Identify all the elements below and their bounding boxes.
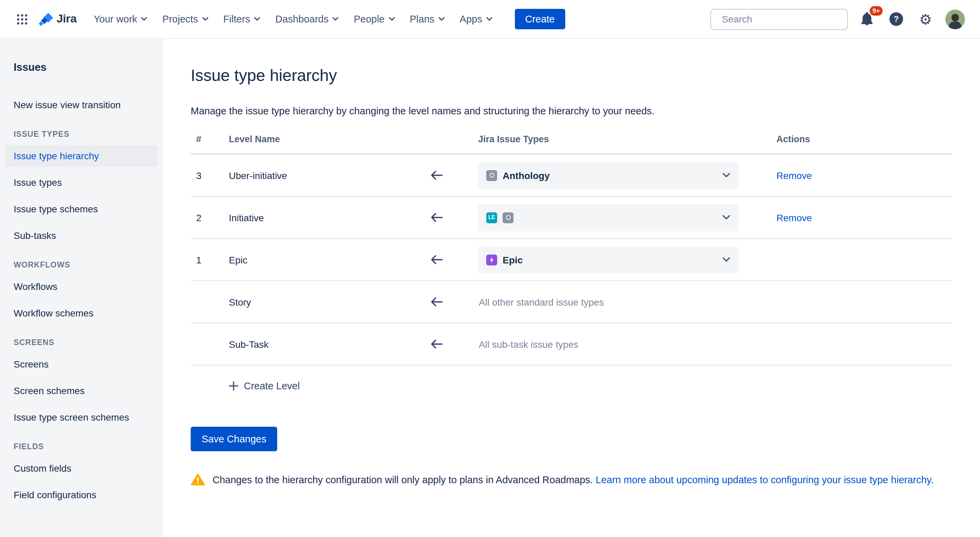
sidebar-item-issue-type-screen-schemes[interactable]: Issue type screen schemes <box>5 406 158 428</box>
level-number: 1 <box>191 254 229 265</box>
nav-your-work[interactable]: Your work <box>86 8 155 30</box>
table-header-row: # Level Name Jira Issue Types Actions <box>191 134 952 154</box>
column-header-level-name: Level Name <box>229 134 422 144</box>
nav-dashboards-label: Dashboards <box>275 14 329 24</box>
settings-button[interactable]: ⚙ <box>915 9 936 29</box>
chevron-down-icon <box>255 17 261 21</box>
sidebar-title: Issues <box>5 61 158 73</box>
chevron-down-icon <box>332 17 339 21</box>
issue-types-placeholder: All other standard issue types <box>478 296 604 307</box>
level-number: 2 <box>191 212 229 223</box>
level-name: Epic <box>229 254 422 265</box>
issue-types-cell: Anthology <box>478 162 768 189</box>
jira-settings-page: Jira Your work Projects Filters Dashboar… <box>0 0 980 537</box>
chevron-down-icon <box>439 17 445 21</box>
chevron-down-icon <box>722 215 730 220</box>
remove-button[interactable]: Remove <box>776 212 812 223</box>
avatar-image <box>945 9 965 29</box>
arrow-left-icon <box>430 254 443 265</box>
sidebar-item-screen-schemes[interactable]: Screen schemes <box>5 380 158 402</box>
sidebar-item-issue-type-hierarchy[interactable]: Issue type hierarchy <box>5 145 158 167</box>
issue-types-select[interactable]: Anthology <box>478 162 738 189</box>
app-grid-icon <box>16 13 28 25</box>
jira-logo-text: Jira <box>57 12 76 26</box>
nav-people-label: People <box>354 14 385 24</box>
hierarchy-table: # Level Name Jira Issue Types Actions 3 … <box>191 134 952 365</box>
create-button[interactable]: Create <box>515 9 565 29</box>
level-name: Uber-initiative <box>229 170 422 181</box>
column-header-actions: Actions <box>768 134 952 144</box>
table-row: Story All other standard issue types <box>191 281 952 323</box>
nav-plans[interactable]: Plans <box>402 8 452 30</box>
nav-your-work-label: Your work <box>94 14 137 24</box>
level-name: Story <box>229 296 422 307</box>
app-switcher-button[interactable] <box>12 9 32 29</box>
arrow-cell <box>422 170 478 180</box>
sidebar-item-issue-type-schemes[interactable]: Issue type schemes <box>5 198 158 220</box>
gear-icon: ⚙ <box>919 12 932 26</box>
le-issue-type-badge: LE <box>486 212 497 223</box>
nav-apps[interactable]: Apps <box>452 8 500 30</box>
nav-people[interactable]: People <box>346 8 402 30</box>
arrow-cell <box>422 212 478 222</box>
learn-more-link[interactable]: Learn more about upcoming updates to con… <box>595 474 931 485</box>
issue-types-cell: LE <box>478 204 768 231</box>
sidebar-item-sub-tasks[interactable]: Sub-tasks <box>5 225 158 246</box>
profile-button[interactable] <box>945 9 965 29</box>
plus-icon <box>229 381 239 391</box>
sidebar-item-new-issue-view-transition[interactable]: New issue view transition <box>5 94 158 116</box>
help-icon: ? <box>889 12 903 26</box>
save-changes-button[interactable]: Save Changes <box>191 427 277 451</box>
nav-projects-label: Projects <box>162 14 198 24</box>
remove-button[interactable]: Remove <box>776 170 812 181</box>
warning-icon <box>191 473 205 486</box>
sidebar-section-fields: FIELDS <box>5 442 158 451</box>
sidebar-section-screens: SCREENS <box>5 338 158 346</box>
epic-issue-type-icon <box>486 254 497 265</box>
nav-apps-label: Apps <box>460 14 482 24</box>
table-row: Sub-Task All sub-task issue types <box>191 323 952 365</box>
nav-filters[interactable]: Filters <box>216 8 268 30</box>
search-input[interactable] <box>721 13 846 25</box>
arrow-cell <box>422 254 478 265</box>
actions-cell: Remove <box>768 169 952 181</box>
warning-prefix: Changes to the hierarchy configuration w… <box>213 474 593 485</box>
sidebar-item-field-configurations[interactable]: Field configurations <box>5 484 158 506</box>
settings-sidebar: Issues New issue view transition ISSUE T… <box>0 38 164 537</box>
sidebar-item-custom-fields[interactable]: Custom fields <box>5 458 158 479</box>
sidebar-item-issue-types[interactable]: Issue types <box>5 172 158 193</box>
notifications-button[interactable]: 9+ <box>857 9 877 29</box>
chevron-down-icon <box>486 17 492 21</box>
nav-projects[interactable]: Projects <box>155 8 216 30</box>
main-menu: Your work Projects Filters Dashboards Pe… <box>86 8 500 30</box>
issue-types-select[interactable]: LE <box>478 204 738 231</box>
help-button[interactable]: ? <box>886 9 907 29</box>
create-level-button[interactable]: Create Level <box>229 378 300 394</box>
search-box <box>710 8 848 30</box>
nav-dashboards[interactable]: Dashboards <box>268 8 346 30</box>
sidebar-item-workflows[interactable]: Workflows <box>5 276 158 297</box>
chevron-down-icon <box>141 17 148 21</box>
level-name: Initiative <box>229 212 422 223</box>
sidebar-item-screens[interactable]: Screens <box>5 353 158 375</box>
issue-types-select[interactable]: Epic <box>478 246 738 273</box>
actions-cell: Remove <box>768 211 952 224</box>
selected-issue-type-label: Epic <box>503 254 523 265</box>
nav-plans-label: Plans <box>410 14 434 24</box>
anthology-issue-type-icon <box>503 212 514 223</box>
selected-issue-type-label: Anthology <box>503 170 550 181</box>
arrow-left-icon <box>430 297 443 307</box>
avatar <box>945 9 965 29</box>
issue-types-cell: All sub-task issue types <box>478 338 768 350</box>
sidebar-item-workflow-schemes[interactable]: Workflow schemes <box>5 302 158 324</box>
table-row: 3 Uber-initiative Anthology <box>191 154 952 197</box>
arrow-left-icon <box>430 170 443 180</box>
nav-filters-label: Filters <box>223 14 250 24</box>
chevron-down-icon <box>722 257 730 262</box>
warning-banner: Changes to the hierarchy configuration w… <box>191 473 952 487</box>
chevron-down-icon <box>202 17 208 21</box>
table-row: 1 Epic Epic <box>191 239 952 281</box>
jira-logo[interactable]: Jira <box>37 11 76 27</box>
arrow-cell <box>422 297 478 307</box>
level-name: Sub-Task <box>229 338 422 350</box>
